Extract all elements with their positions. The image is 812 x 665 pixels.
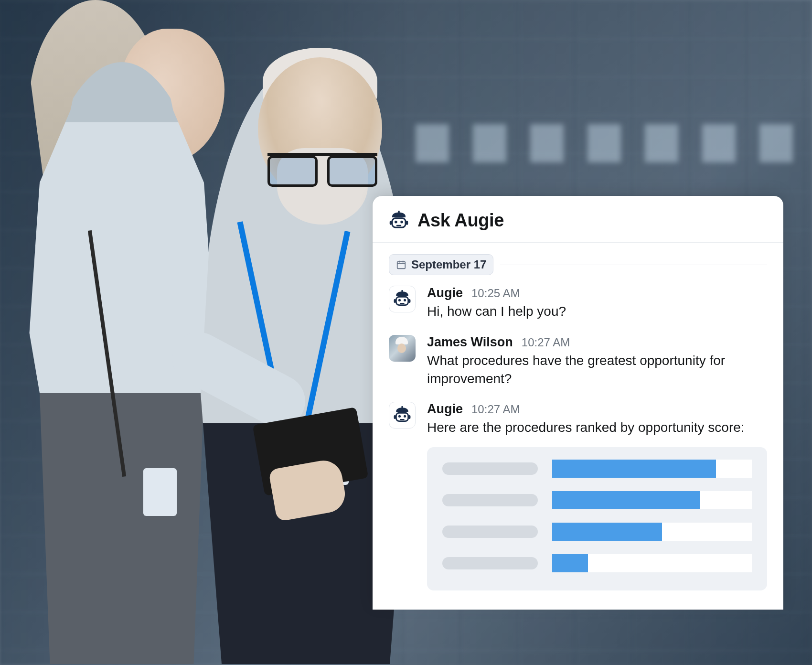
message-text: Here are the procedures ranked by opport… bbox=[427, 418, 767, 437]
svg-rect-20 bbox=[394, 415, 396, 419]
chart-row bbox=[442, 491, 752, 509]
chart-row bbox=[442, 460, 752, 478]
user-avatar bbox=[389, 335, 416, 362]
panel-title: Ask Augie bbox=[417, 210, 504, 231]
message-list: Augie10:25 AMHi, how can I help you?Jame… bbox=[373, 280, 783, 590]
augie-avatar-icon bbox=[389, 286, 416, 312]
svg-rect-21 bbox=[408, 415, 410, 419]
photo-person-1-badge bbox=[143, 468, 177, 516]
svg-rect-12 bbox=[400, 303, 405, 304]
chart-label-placeholder bbox=[442, 462, 538, 475]
message-meta: James Wilson10:27 AM bbox=[427, 335, 767, 350]
svg-point-2 bbox=[395, 220, 397, 223]
message-body: Augie10:27 AMHere are the procedures ran… bbox=[427, 402, 767, 590]
message-row: Augie10:27 AMHere are the procedures ran… bbox=[389, 402, 767, 590]
message-sender: Augie bbox=[427, 286, 463, 300]
message-time: 10:25 AM bbox=[471, 287, 520, 300]
chart-bar-fill bbox=[552, 491, 700, 509]
augie-avatar-icon bbox=[389, 402, 416, 429]
message-sender: James Wilson bbox=[427, 335, 513, 350]
svg-rect-4 bbox=[396, 225, 402, 226]
chart-bar-fill bbox=[552, 460, 716, 478]
chart-bar-track bbox=[552, 491, 752, 509]
chart-label-placeholder bbox=[442, 494, 538, 506]
chart-bar-fill bbox=[552, 554, 588, 572]
svg-point-3 bbox=[400, 220, 403, 223]
message-time: 10:27 AM bbox=[471, 403, 520, 416]
chart-bar-track bbox=[552, 523, 752, 541]
message-body: James Wilson10:27 AMWhat procedures have… bbox=[427, 335, 767, 388]
message-sender: Augie bbox=[427, 402, 463, 417]
svg-point-10 bbox=[398, 299, 401, 301]
date-separator-row: September 17 bbox=[373, 243, 783, 280]
message-body: Augie10:25 AMHi, how can I help you? bbox=[427, 286, 767, 321]
augie-logo-icon bbox=[389, 211, 409, 231]
message-meta: Augie10:25 AM bbox=[427, 286, 767, 300]
svg-rect-13 bbox=[394, 299, 396, 303]
message-time: 10:27 AM bbox=[522, 336, 570, 349]
chart-label-placeholder bbox=[442, 526, 538, 538]
svg-rect-5 bbox=[390, 221, 392, 225]
chat-panel: Ask Augie September 17 Augie10:25 AMHi, … bbox=[373, 196, 783, 610]
svg-rect-15 bbox=[401, 406, 403, 408]
svg-rect-19 bbox=[400, 419, 405, 420]
chart-bar-fill bbox=[552, 523, 662, 541]
chart-label-placeholder bbox=[442, 557, 538, 569]
message-text: Hi, how can I help you? bbox=[427, 302, 767, 321]
chart-bar-track bbox=[552, 460, 752, 478]
svg-rect-6 bbox=[406, 221, 408, 225]
message-row: Augie10:25 AMHi, how can I help you? bbox=[389, 286, 767, 321]
chart-bar-track bbox=[552, 554, 752, 572]
svg-rect-7 bbox=[397, 262, 406, 269]
svg-point-11 bbox=[404, 299, 406, 301]
chart-row bbox=[442, 554, 752, 572]
message-row: James Wilson10:27 AMWhat procedures have… bbox=[389, 335, 767, 388]
bg-ceiling-lights bbox=[416, 124, 812, 162]
svg-point-17 bbox=[398, 415, 401, 418]
date-label: September 17 bbox=[411, 258, 486, 271]
calendar-icon bbox=[396, 259, 406, 270]
message-meta: Augie10:27 AM bbox=[427, 402, 767, 417]
photo-person-2-glasses bbox=[267, 153, 377, 179]
panel-header: Ask Augie bbox=[373, 196, 783, 243]
svg-rect-14 bbox=[408, 299, 410, 303]
date-rule bbox=[500, 265, 767, 265]
date-chip[interactable]: September 17 bbox=[389, 254, 493, 275]
svg-point-18 bbox=[404, 415, 406, 418]
chart-row bbox=[442, 523, 752, 541]
svg-rect-0 bbox=[398, 211, 400, 213]
svg-rect-8 bbox=[401, 290, 403, 292]
message-text: What procedures have the greatest opport… bbox=[427, 352, 767, 388]
chart-card bbox=[427, 447, 767, 590]
